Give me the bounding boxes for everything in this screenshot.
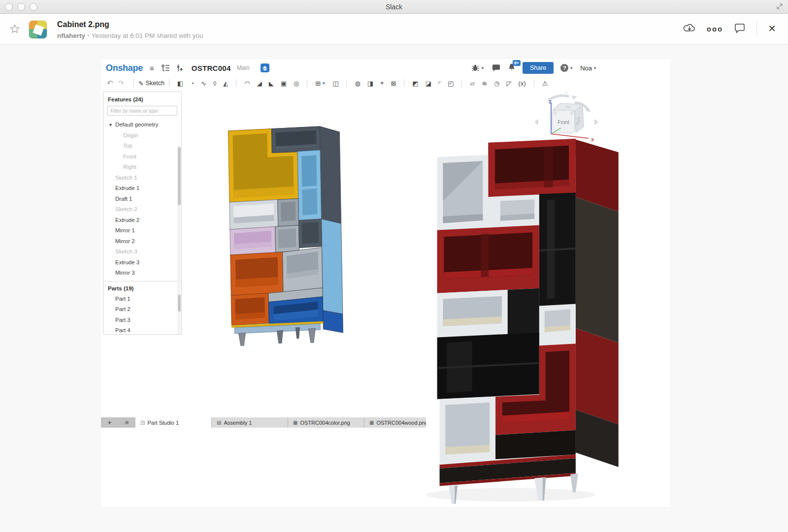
rendered-cabinet-image[interactable] (426, 133, 643, 507)
redo-button[interactable]: ↷ (118, 79, 125, 88)
feature-item-default-geometry[interactable]: ▼Default geometry (103, 120, 181, 130)
file-author[interactable]: nflaherty (57, 32, 85, 39)
insert-icon[interactable] (176, 64, 183, 72)
comments-button[interactable] (492, 64, 501, 72)
bend-tool-icon[interactable]: ◜ (435, 80, 444, 87)
more-actions-icon[interactable]: ooo (707, 25, 723, 33)
mirror-tool-icon[interactable]: ◫ (329, 80, 342, 87)
feature-item-extrude-2[interactable]: Extrude 2 (103, 215, 181, 226)
chevron-down-icon[interactable]: ▼ (108, 123, 113, 127)
versions-icon[interactable] (161, 64, 170, 72)
revolve-tool-icon[interactable]: ◔ (187, 80, 197, 87)
hamburger-menu-icon[interactable]: ≡ (150, 64, 154, 72)
image-icon: ▦ (293, 420, 297, 425)
window-title: Slack (0, 3, 788, 11)
onshape-logo[interactable]: Onshape (106, 63, 143, 73)
toolbar-separator (307, 79, 307, 87)
features-scrollbar-thumb[interactable] (178, 147, 181, 205)
file-title: Cabinet 2.png (57, 20, 109, 29)
feature-item-extrude-3[interactable]: Extrude 3 (103, 257, 181, 268)
feature-item-extrude-1[interactable]: Extrude 1 (103, 183, 181, 194)
sheet-metal-tool-icon[interactable]: ◩ (409, 80, 422, 87)
feature-item-right[interactable]: Right (103, 162, 181, 173)
draft-tool-icon[interactable]: ◣ (265, 80, 277, 87)
document-name[interactable]: OSTRC004 (192, 64, 231, 72)
tab-feature-tool-icon[interactable]: ◰ (444, 80, 457, 87)
cad-cabinet-model[interactable] (224, 122, 355, 346)
file-shared-info: Yesterday at 6:01 PM shared with you (92, 32, 203, 39)
part-item-part-2[interactable]: Part 2 (103, 304, 181, 315)
star-icon[interactable] (9, 23, 21, 35)
feature-item-top[interactable]: Top (103, 141, 181, 152)
sketch-button[interactable]: ✎ Sketch (138, 80, 164, 87)
hole-tool-icon[interactable]: ◎ (290, 80, 302, 87)
extrude-tool-icon[interactable]: ◧ (174, 80, 187, 87)
view-cube-top-label: Top (565, 105, 571, 109)
toolbar-separator (534, 79, 534, 87)
tab-menu-button[interactable]: ≡ (125, 419, 129, 426)
part-item-part-4[interactable]: Part 4 (103, 325, 181, 335)
feedback-bug-button[interactable]: ▼ (471, 64, 485, 72)
shell-tool-icon[interactable]: ▣ (277, 80, 290, 87)
document-tab-ostrc004color-png[interactable]: ▦OSTRC004color.png (288, 417, 364, 428)
undo-button[interactable]: ↶ (107, 79, 113, 88)
feature-item-sketch-3[interactable]: Sketch 3 (103, 247, 181, 257)
onshape-toolbar: ↶ ↷ ✎ Sketch ◧◔∿◊◭◠◢◣▣◎⊞▼◫◍◨⌖⊠◩◪◜◰▱≋◷◸(x… (101, 77, 670, 90)
fillet-tool-icon[interactable]: ◠ (241, 80, 253, 87)
sketch-label: Sketch (146, 80, 164, 87)
feature-item-origin[interactable]: Origin (103, 130, 181, 141)
feature-item-draft-1[interactable]: Draft 1 (103, 194, 181, 205)
loft-tool-icon[interactable]: ◊ (210, 80, 220, 87)
help-button[interactable]: ?▼ (560, 64, 573, 72)
mate-connector-tool-icon[interactable]: ≋ (478, 80, 491, 87)
assembly-icon: ▤ (217, 420, 221, 425)
feature-item-front[interactable]: Front (103, 152, 181, 162)
close-preview-icon[interactable]: ✕ (768, 23, 776, 34)
axis-z-label: Z (549, 99, 552, 104)
thicken-tool-icon[interactable]: ◭ (220, 80, 231, 87)
feature-item-mirror-1[interactable]: Mirror 1 (103, 225, 181, 236)
notifications-button[interactable]: 9+ (508, 63, 516, 73)
linear-pattern-tool-icon[interactable]: ⊞▼ (312, 80, 329, 87)
tab-label: OSTRC004color.png (300, 420, 350, 426)
warning-tool-icon[interactable]: ⚠ (539, 80, 552, 87)
feature-item-mirror-2[interactable]: Mirror 2 (103, 236, 181, 247)
feature-item-sketch-1[interactable]: Sketch 1 (103, 173, 181, 184)
import-tool-icon[interactable]: ◸ (503, 80, 515, 87)
preview-background: Onshape ≡ OSTRC004 Main (0, 45, 788, 532)
add-tab-button[interactable]: + (108, 419, 112, 426)
download-icon[interactable] (683, 23, 696, 34)
feature-item-sketch-2[interactable]: Sketch 2 (103, 204, 181, 215)
view-cube-front-label: Front (558, 120, 569, 125)
features-title: Features (24) (103, 92, 181, 106)
resize-icon[interactable] (775, 2, 784, 11)
comment-icon[interactable] (734, 23, 746, 34)
edu-badge-icon[interactable] (261, 63, 269, 72)
transform-tool-icon[interactable]: ⌖ (377, 79, 387, 87)
flange-tool-icon[interactable]: ◪ (422, 80, 435, 87)
feature-filter-input[interactable] (107, 106, 177, 116)
measure-tool-icon[interactable]: ◷ (491, 80, 503, 87)
part-item-part-1[interactable]: Part 1 (103, 294, 181, 305)
variable-tool-icon[interactable]: (x) (515, 80, 529, 87)
caret-down-icon: ▼ (481, 66, 485, 70)
part-item-part-3[interactable]: Part 3 (103, 315, 181, 326)
workspace-name[interactable]: Main (237, 64, 250, 71)
document-tab-part-studio-1[interactable]: ◳Part Studio 1 (135, 417, 212, 428)
parts-scrollbar-thumb[interactable] (178, 295, 181, 312)
split-tool-icon[interactable]: ◨ (364, 80, 377, 87)
titlebar: Slack (0, 0, 788, 14)
document-tab-strip: + ≡ ◳Part Studio 1▤Assembly 1▦OSTRC004co… (101, 417, 441, 428)
chamfer-tool-icon[interactable]: ◢ (254, 80, 265, 87)
share-button[interactable]: Share (523, 62, 554, 74)
delete-part-tool-icon[interactable]: ⊠ (387, 80, 399, 87)
user-menu[interactable]: Noa▼ (580, 64, 597, 72)
subtitle-separator: • (85, 32, 92, 39)
sweep-tool-icon[interactable]: ∿ (197, 80, 210, 87)
plane-tool-icon[interactable]: ▱ (466, 80, 478, 87)
view-cube[interactable]: Front Right Top Z X (533, 92, 600, 150)
file-thumbnail[interactable] (29, 20, 47, 39)
document-tab-assembly-1[interactable]: ▤Assembly 1 (212, 417, 288, 428)
boolean-tool-icon[interactable]: ◍ (351, 80, 363, 87)
feature-item-mirror-3[interactable]: Mirror 3 (103, 268, 181, 279)
